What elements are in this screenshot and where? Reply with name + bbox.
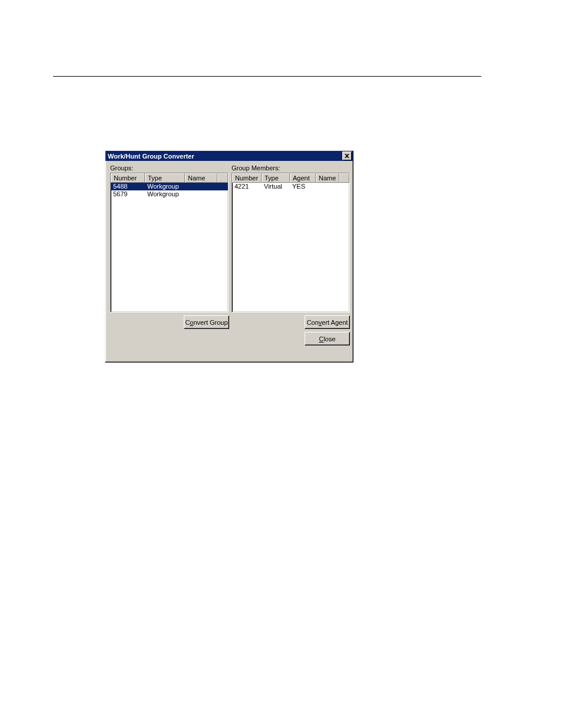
dialog-window: Work/Hunt Group Converter Groups: Group …	[105, 150, 353, 363]
cell-name	[185, 183, 217, 190]
col-name[interactable]: Name	[185, 173, 217, 183]
col-filler	[339, 173, 349, 183]
btn-text: Close	[319, 335, 335, 342]
col-type[interactable]: Type	[262, 173, 290, 183]
col-type[interactable]: Type	[145, 173, 185, 183]
cell-number: 5488	[111, 183, 145, 190]
col-name[interactable]: Name	[316, 173, 339, 183]
col-agent[interactable]: Agent	[290, 173, 316, 183]
groups-label: Groups:	[110, 164, 133, 172]
table-row[interactable]: 5679 Workgroup	[111, 190, 228, 198]
close-icon[interactable]	[342, 151, 352, 160]
window-title: Work/Hunt Group Converter	[107, 153, 342, 160]
cell-type: Virtual	[262, 183, 290, 190]
cell-type: Workgroup	[145, 190, 185, 198]
col-number[interactable]: Number	[232, 173, 262, 183]
table-row[interactable]: 5488 Workgroup	[111, 183, 228, 190]
convert-agent-button[interactable]: Convert Agent	[305, 315, 350, 329]
cell-name	[185, 190, 217, 198]
cell-type: Workgroup	[145, 183, 185, 190]
col-number[interactable]: Number	[111, 173, 145, 183]
col-filler	[217, 173, 228, 183]
cell-name	[316, 183, 339, 190]
members-listview[interactable]: Number Type Agent Name 4221 Virtual YES	[232, 173, 350, 312]
cell-agent: YES	[290, 183, 316, 190]
btn-text: Convert Group	[185, 319, 227, 326]
groups-header: Number Type Name	[111, 173, 228, 183]
members-header: Number Type Agent Name	[232, 173, 349, 183]
close-button[interactable]: Close	[305, 332, 350, 345]
groups-listview[interactable]: Number Type Name 5488 Workgroup 5679 Wor…	[110, 173, 229, 312]
dialog-body: Groups: Group Members: Number Type Name …	[105, 161, 353, 361]
convert-group-button[interactable]: Convert Group	[184, 315, 229, 329]
titlebar[interactable]: Work/Hunt Group Converter	[105, 151, 353, 161]
horizontal-rule	[53, 76, 481, 77]
cell-number: 5679	[111, 190, 145, 198]
members-label: Group Members:	[232, 164, 280, 172]
cell-number: 4221	[232, 183, 262, 190]
table-row[interactable]: 4221 Virtual YES	[232, 183, 349, 190]
btn-text: Convert Agent	[307, 319, 348, 326]
